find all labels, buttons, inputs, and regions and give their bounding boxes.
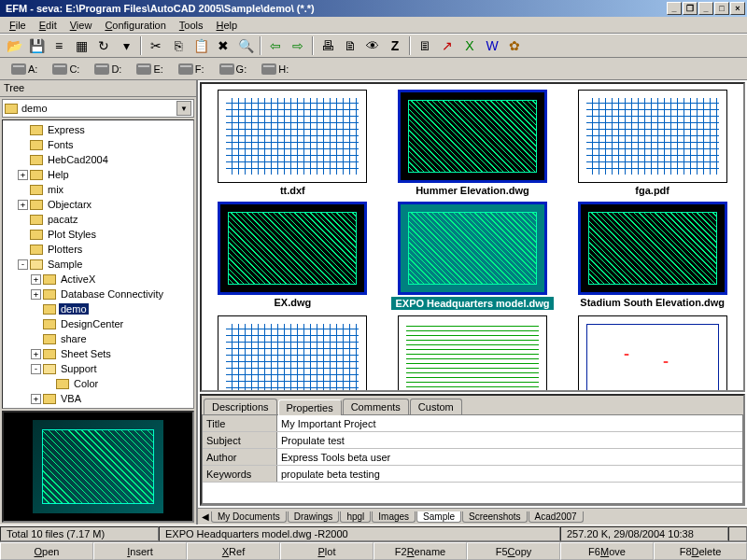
property-value[interactable]: propulate beta testing: [277, 469, 742, 480]
expand-icon[interactable]: +: [31, 349, 41, 359]
list-icon[interactable]: ≡: [49, 35, 69, 56]
back-icon[interactable]: ⇦: [265, 35, 286, 56]
tree-node[interactable]: DesignCenter: [5, 316, 191, 331]
help-icon[interactable]: ✿: [504, 35, 525, 56]
tree-node[interactable]: +VBA: [5, 391, 191, 406]
export-icon[interactable]: ↗: [437, 35, 458, 56]
menu-edit[interactable]: Edit: [34, 19, 63, 32]
minimize-button[interactable]: _: [667, 2, 682, 15]
restore-button[interactable]: ❐: [683, 2, 698, 15]
tab-custom[interactable]: Custom: [410, 399, 462, 414]
expand-icon[interactable]: +: [31, 274, 41, 285]
location-tab[interactable]: My Documents: [211, 511, 287, 523]
dropdown-icon[interactable]: ▾: [116, 35, 136, 56]
tree-node[interactable]: Color: [5, 376, 191, 391]
thumbnail-item[interactable]: Hummer Elevation.dwg: [388, 90, 558, 196]
location-tab[interactable]: Drawings: [288, 511, 340, 523]
fkey-xref[interactable]: XRef: [187, 542, 280, 560]
location-tab[interactable]: hpgl: [340, 511, 371, 523]
maximize-button[interactable]: □: [714, 2, 729, 15]
paste-icon[interactable]: 📋: [190, 35, 211, 56]
tab-properties[interactable]: Properties: [278, 399, 342, 415]
find-icon[interactable]: 🔍: [235, 35, 256, 56]
thumbnail-item[interactable]: 50states.plt: [567, 315, 738, 392]
folder-tree[interactable]: ExpressFontsHebCad2004+Helpmix+Objectarx…: [2, 119, 194, 409]
drive-d[interactable]: D:: [89, 63, 127, 75]
copy-icon[interactable]: ⎘: [168, 35, 189, 56]
thumbnail-item[interactable]: Stadium South Elevation.dwg: [567, 202, 738, 310]
close-button[interactable]: ×: [730, 2, 745, 15]
print-icon[interactable]: 🖶: [317, 35, 338, 56]
menu-tools[interactable]: Tools: [174, 19, 209, 32]
menu-help[interactable]: Help: [211, 19, 244, 32]
tree-node[interactable]: share: [5, 331, 191, 346]
property-value[interactable]: My Important Project: [277, 418, 742, 429]
expand-icon[interactable]: +: [18, 200, 28, 210]
tree-node[interactable]: mix: [5, 182, 191, 197]
drive-h[interactable]: H:: [256, 63, 294, 75]
menu-file[interactable]: File: [4, 19, 32, 32]
preview-icon[interactable]: 🗎: [340, 35, 360, 56]
tree-node[interactable]: +VisualLISP: [5, 406, 191, 409]
expand-icon[interactable]: +: [18, 170, 28, 180]
bolt-icon[interactable]: Z: [385, 35, 405, 56]
tree-node[interactable]: +ActiveX: [5, 272, 191, 287]
tree-node[interactable]: Plotters: [5, 242, 191, 257]
tree-node[interactable]: -Support: [5, 361, 191, 376]
drive-f[interactable]: F:: [173, 63, 210, 75]
thumbnail-area[interactable]: tt.dxfHummer Elevation.dwgfga.pdfEX.dwgE…: [200, 82, 745, 392]
doc-icon[interactable]: 🗏: [415, 35, 435, 56]
fkey-f6-move[interactable]: F6 Move: [560, 542, 654, 560]
location-tab[interactable]: Images: [372, 511, 416, 523]
minimize2-button[interactable]: _: [698, 2, 713, 15]
fkey-plot[interactable]: Plot: [280, 542, 374, 560]
property-value[interactable]: Express Tools beta user: [277, 452, 742, 463]
fkey-f8-delete[interactable]: F8 Delete: [654, 542, 747, 560]
expand-icon[interactable]: +: [31, 289, 41, 300]
tree-node[interactable]: Express: [5, 122, 191, 137]
forward-icon[interactable]: ⇨: [288, 35, 308, 56]
drive-c[interactable]: C:: [47, 63, 85, 75]
save-icon[interactable]: 💾: [26, 35, 47, 56]
tree-node[interactable]: +Objectarx: [5, 197, 191, 212]
property-value[interactable]: Propulate test: [277, 435, 742, 446]
thumbnail-item[interactable]: EX.dwg: [207, 202, 378, 310]
delete-icon[interactable]: ✖: [213, 35, 233, 56]
tab-descriptions[interactable]: Descriptions: [204, 399, 277, 414]
drive-a[interactable]: A:: [6, 63, 43, 75]
expand-icon[interactable]: +: [31, 409, 41, 410]
menu-view[interactable]: View: [64, 19, 98, 32]
menu-configuration[interactable]: Configuration: [99, 19, 171, 32]
tree-node[interactable]: +Help: [5, 167, 191, 182]
chevron-down-icon[interactable]: ▼: [176, 101, 191, 116]
expand-icon[interactable]: -: [18, 259, 28, 270]
fkey-insert[interactable]: Insert: [93, 542, 187, 560]
location-tab[interactable]: Acad2007: [529, 511, 584, 523]
thumbnail-item[interactable]: EXPO Headquarters model.dwg: [388, 202, 558, 310]
tree-node[interactable]: demo: [5, 301, 191, 316]
open-icon[interactable]: 📂: [4, 35, 24, 56]
tree-node[interactable]: HebCad2004: [5, 152, 191, 167]
location-tab[interactable]: Screenshots: [462, 511, 528, 523]
fkey-open[interactable]: Open: [0, 542, 93, 560]
cut-icon[interactable]: ✂: [146, 35, 166, 56]
tab-comments[interactable]: Comments: [343, 399, 409, 414]
fkey-f5-copy[interactable]: F5 Copy: [467, 542, 560, 560]
grid-icon[interactable]: ▦: [71, 35, 92, 56]
tree-node[interactable]: pacatz: [5, 212, 191, 227]
tree-node[interactable]: +Database Connectivity: [5, 287, 191, 301]
refresh-icon[interactable]: ↻: [93, 35, 114, 56]
expand-icon[interactable]: +: [31, 394, 41, 404]
excel-icon[interactable]: X: [459, 35, 480, 56]
tree-node[interactable]: -Sample: [5, 257, 191, 272]
thumbnail-item[interactable]: COLUMBIA.TIF: [207, 315, 378, 392]
drive-g[interactable]: G:: [214, 63, 253, 75]
location-tab[interactable]: Sample: [416, 511, 461, 523]
thumbnail-item[interactable]: zkl47_22.PDF: [388, 315, 558, 392]
drive-e[interactable]: E:: [131, 63, 168, 75]
thumbnail-item[interactable]: fga.pdf: [567, 90, 738, 196]
fkey-f2-rename[interactable]: F2 Rename: [374, 542, 467, 560]
expand-icon[interactable]: -: [31, 364, 41, 374]
thumbnail-item[interactable]: tt.dxf: [207, 90, 378, 196]
folder-combo[interactable]: demo ▼: [2, 99, 194, 118]
